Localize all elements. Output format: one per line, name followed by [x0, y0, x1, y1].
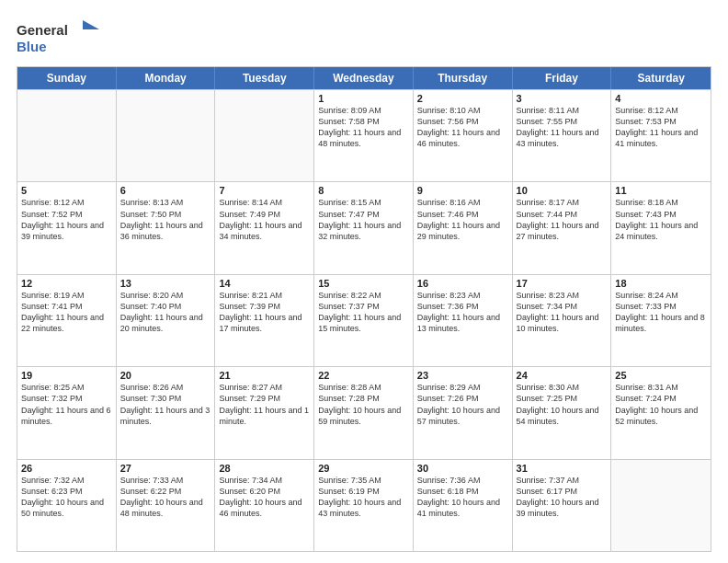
day-info: Sunrise: 8:09 AMSunset: 7:58 PMDaylight:… [318, 105, 409, 150]
header-day-monday: Monday [117, 67, 216, 89]
page: General Blue SundayMondayTuesdayWednesda… [0, 0, 728, 563]
day-number: 17 [517, 278, 608, 289]
cal-cell: 19Sunrise: 8:25 AMSunset: 7:32 PMDayligh… [17, 367, 117, 458]
cal-cell: 15Sunrise: 8:22 AMSunset: 7:37 PMDayligh… [314, 275, 414, 366]
cal-cell: 3Sunrise: 8:11 AMSunset: 7:55 PMDaylight… [513, 90, 612, 181]
cal-cell: 25Sunrise: 8:31 AMSunset: 7:24 PMDayligh… [611, 367, 711, 458]
day-number: 14 [219, 278, 310, 289]
cal-cell: 28Sunrise: 7:34 AMSunset: 6:20 PMDayligh… [215, 460, 314, 551]
day-number: 10 [517, 185, 608, 196]
day-number: 3 [517, 93, 608, 104]
day-number: 9 [417, 185, 508, 196]
day-number: 21 [219, 370, 310, 381]
week-row-4: 19Sunrise: 8:25 AMSunset: 7:32 PMDayligh… [17, 366, 711, 458]
day-number: 20 [120, 370, 211, 381]
day-number: 23 [417, 370, 508, 381]
cal-cell: 13Sunrise: 8:20 AMSunset: 7:40 PMDayligh… [117, 275, 216, 366]
cal-cell: 16Sunrise: 8:23 AMSunset: 7:36 PMDayligh… [414, 275, 513, 366]
day-info: Sunrise: 8:21 AMSunset: 7:39 PMDaylight:… [219, 290, 310, 335]
cal-cell [117, 90, 216, 181]
cal-cell: 27Sunrise: 7:33 AMSunset: 6:22 PMDayligh… [117, 460, 216, 551]
cal-cell: 14Sunrise: 8:21 AMSunset: 7:39 PMDayligh… [215, 275, 314, 366]
day-number: 27 [120, 463, 211, 474]
week-row-5: 26Sunrise: 7:32 AMSunset: 6:23 PMDayligh… [17, 459, 711, 551]
cal-cell [17, 90, 117, 181]
logo: General Blue [17, 17, 99, 57]
cal-cell [611, 460, 711, 551]
day-info: Sunrise: 8:24 AMSunset: 7:33 PMDaylight:… [615, 290, 707, 335]
cal-cell: 9Sunrise: 8:16 AMSunset: 7:46 PMDaylight… [414, 182, 513, 273]
week-row-2: 5Sunrise: 8:12 AMSunset: 7:52 PMDaylight… [17, 181, 711, 273]
cal-cell: 7Sunrise: 8:14 AMSunset: 7:49 PMDaylight… [215, 182, 314, 273]
day-number: 1 [318, 93, 409, 104]
day-info: Sunrise: 8:12 AMSunset: 7:52 PMDaylight:… [21, 197, 112, 242]
cal-cell: 26Sunrise: 7:32 AMSunset: 6:23 PMDayligh… [17, 460, 117, 551]
day-info: Sunrise: 8:16 AMSunset: 7:46 PMDaylight:… [417, 197, 508, 242]
day-number: 7 [219, 185, 310, 196]
cal-cell: 5Sunrise: 8:12 AMSunset: 7:52 PMDaylight… [17, 182, 117, 273]
day-info: Sunrise: 8:31 AMSunset: 7:24 PMDaylight:… [615, 382, 707, 427]
day-number: 16 [417, 278, 508, 289]
day-info: Sunrise: 7:33 AMSunset: 6:22 PMDaylight:… [120, 475, 211, 520]
header-day-saturday: Saturday [611, 67, 711, 89]
day-number: 19 [21, 370, 112, 381]
logo-svg: General Blue [17, 17, 99, 57]
day-info: Sunrise: 8:27 AMSunset: 7:29 PMDaylight:… [219, 382, 310, 427]
header-day-friday: Friday [513, 67, 612, 89]
day-info: Sunrise: 8:14 AMSunset: 7:49 PMDaylight:… [219, 197, 310, 242]
day-number: 5 [21, 185, 112, 196]
day-info: Sunrise: 8:15 AMSunset: 7:47 PMDaylight:… [318, 197, 409, 242]
day-info: Sunrise: 8:13 AMSunset: 7:50 PMDaylight:… [120, 197, 211, 242]
cal-cell: 17Sunrise: 8:23 AMSunset: 7:34 PMDayligh… [513, 275, 612, 366]
cal-cell: 31Sunrise: 7:37 AMSunset: 6:17 PMDayligh… [513, 460, 612, 551]
day-info: Sunrise: 8:11 AMSunset: 7:55 PMDaylight:… [517, 105, 608, 150]
day-info: Sunrise: 7:34 AMSunset: 6:20 PMDaylight:… [219, 475, 310, 520]
day-number: 4 [615, 93, 707, 104]
day-info: Sunrise: 8:19 AMSunset: 7:41 PMDaylight:… [21, 290, 112, 335]
day-info: Sunrise: 8:29 AMSunset: 7:26 PMDaylight:… [417, 382, 508, 427]
svg-text:Blue: Blue [17, 39, 47, 54]
day-info: Sunrise: 7:37 AMSunset: 6:17 PMDaylight:… [517, 475, 608, 520]
day-number: 12 [21, 278, 112, 289]
day-info: Sunrise: 8:23 AMSunset: 7:36 PMDaylight:… [417, 290, 508, 335]
week-row-3: 12Sunrise: 8:19 AMSunset: 7:41 PMDayligh… [17, 274, 711, 366]
day-number: 25 [615, 370, 707, 381]
cal-cell: 18Sunrise: 8:24 AMSunset: 7:33 PMDayligh… [611, 275, 711, 366]
day-number: 24 [517, 370, 608, 381]
cal-cell: 1Sunrise: 8:09 AMSunset: 7:58 PMDaylight… [314, 90, 414, 181]
day-info: Sunrise: 8:20 AMSunset: 7:40 PMDaylight:… [120, 290, 211, 335]
svg-text:General: General [17, 22, 68, 38]
day-number: 28 [219, 463, 310, 474]
calendar-body: 1Sunrise: 8:09 AMSunset: 7:58 PMDaylight… [17, 89, 711, 551]
day-info: Sunrise: 8:10 AMSunset: 7:56 PMDaylight:… [417, 105, 508, 150]
day-number: 11 [615, 185, 707, 196]
day-number: 8 [318, 185, 409, 196]
cal-cell: 29Sunrise: 7:35 AMSunset: 6:19 PMDayligh… [314, 460, 414, 551]
cal-cell [215, 90, 314, 181]
day-info: Sunrise: 8:18 AMSunset: 7:43 PMDaylight:… [615, 197, 707, 242]
day-info: Sunrise: 8:23 AMSunset: 7:34 PMDaylight:… [517, 290, 608, 335]
day-info: Sunrise: 7:36 AMSunset: 6:18 PMDaylight:… [417, 475, 508, 520]
cal-cell: 2Sunrise: 8:10 AMSunset: 7:56 PMDaylight… [414, 90, 513, 181]
day-info: Sunrise: 7:35 AMSunset: 6:19 PMDaylight:… [318, 475, 409, 520]
header: General Blue [17, 17, 711, 57]
day-number: 6 [120, 185, 211, 196]
day-info: Sunrise: 8:22 AMSunset: 7:37 PMDaylight:… [318, 290, 409, 335]
day-number: 22 [318, 370, 409, 381]
cal-cell: 30Sunrise: 7:36 AMSunset: 6:18 PMDayligh… [414, 460, 513, 551]
day-number: 29 [318, 463, 409, 474]
day-info: Sunrise: 8:30 AMSunset: 7:25 PMDaylight:… [517, 382, 608, 427]
header-day-tuesday: Tuesday [215, 67, 314, 89]
header-day-thursday: Thursday [414, 67, 513, 89]
day-number: 18 [615, 278, 707, 289]
day-info: Sunrise: 8:25 AMSunset: 7:32 PMDaylight:… [21, 382, 112, 427]
cal-cell: 4Sunrise: 8:12 AMSunset: 7:53 PMDaylight… [611, 90, 711, 181]
day-number: 13 [120, 278, 211, 289]
day-info: Sunrise: 8:28 AMSunset: 7:28 PMDaylight:… [318, 382, 409, 427]
day-info: Sunrise: 8:26 AMSunset: 7:30 PMDaylight:… [120, 382, 211, 427]
day-info: Sunrise: 8:12 AMSunset: 7:53 PMDaylight:… [615, 105, 707, 150]
day-number: 31 [517, 463, 608, 474]
calendar-header: SundayMondayTuesdayWednesdayThursdayFrid… [17, 67, 711, 89]
day-info: Sunrise: 7:32 AMSunset: 6:23 PMDaylight:… [21, 475, 112, 520]
week-row-1: 1Sunrise: 8:09 AMSunset: 7:58 PMDaylight… [17, 89, 711, 181]
